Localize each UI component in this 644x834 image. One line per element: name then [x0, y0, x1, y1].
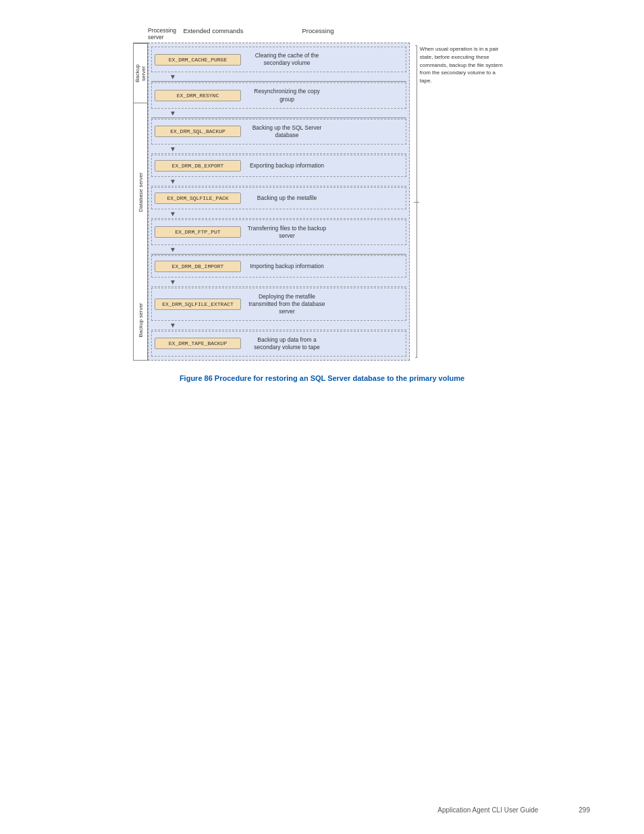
- cmd-desc-sqlfile-extract: Deploying the metafile transmitted from …: [246, 293, 327, 315]
- cmd-row-cache-purge: EX_DRM_CACHE_PURGE Clearing the cache of…: [155, 52, 403, 67]
- server-label-backup-bottom: Backup server: [134, 281, 147, 360]
- figure-caption: Figure 86 Procedure for restoring an SQL…: [54, 374, 590, 382]
- cmd-row-sql-backup: EX_DRM_SQL_BACKUP Backing up the SQL Ser…: [155, 124, 403, 139]
- cmd-sql-backup: EX_DRM_SQL_BACKUP: [155, 126, 241, 137]
- arrow-down-7: ▼: [169, 278, 176, 286]
- cmd-ftp-put: EX_DRM_FTP_PUT: [155, 226, 241, 238]
- footer-page-number: 299: [579, 806, 590, 814]
- cmd-row-resync: EX_DRM_RESYNC Resynchronizing the copy g…: [155, 88, 403, 103]
- cmd-tape-backup: EX_DRM_TAPE_BACKUP: [155, 338, 241, 349]
- footer-guide-title: Application Agent CLI User Guide: [437, 806, 538, 814]
- col-header-extended: Extended commands: [163, 27, 264, 41]
- arrow-down-3: ▼: [169, 145, 176, 153]
- cmd-row-ftp-put: EX_DRM_FTP_PUT Transferring files to the…: [155, 225, 403, 240]
- cmd-row-db-import: EX_DRM_DB_IMPORT Importing backup inform…: [155, 261, 403, 272]
- cmd-resync: EX_DRM_RESYNC: [155, 90, 241, 101]
- note-box: When usual operation is in a pair state,…: [410, 43, 511, 361]
- cmd-row-tape-backup: EX_DRM_TAPE_BACKUP Backing up data from …: [155, 336, 403, 351]
- cmd-desc-tape-backup: Backing up data from a secondary volume …: [246, 336, 327, 351]
- cmd-desc-sql-backup: Backing up the SQL Server database: [246, 124, 327, 139]
- server-label-database: Database server: [134, 103, 147, 281]
- cmd-cache-purge: EX_DRM_CACHE_PURGE: [155, 54, 241, 66]
- cmd-sqlfile-extract: EX_DRM_SQLFILE_EXTRACT: [155, 298, 241, 310]
- cmd-row-sqlfile-pack: EX_DRM_SQLFILE_PACK Backing up the metaf…: [155, 192, 403, 204]
- cmd-desc-db-import: Importing backup information: [246, 263, 327, 270]
- cmd-db-import: EX_DRM_DB_IMPORT: [155, 261, 241, 272]
- arrow-down-5: ▼: [169, 210, 176, 217]
- arrow-down-6: ▼: [169, 246, 176, 253]
- server-label-backup-top: Backupserver: [134, 43, 147, 103]
- cmd-desc-ftp-put: Transferring files to the backup server: [246, 225, 327, 240]
- arrow-down-4: ▼: [169, 178, 176, 185]
- cmd-db-export: EX_DRM_DB_EXPORT: [155, 160, 241, 172]
- arrow-down-2: ▼: [169, 109, 176, 117]
- cmd-desc-sqlfile-pack: Backing up the metafile: [246, 194, 327, 202]
- cmd-desc-db-export: Exporting backup information: [246, 162, 327, 170]
- cmd-desc-cache-purge: Clearing the cache of the secondary volu…: [246, 52, 327, 67]
- cmd-row-db-export: EX_DRM_DB_EXPORT Exporting backup inform…: [155, 160, 403, 172]
- arrow-down-1: ▼: [169, 73, 176, 80]
- arrow-down-8: ▼: [169, 321, 176, 329]
- cmd-sqlfile-pack: EX_DRM_SQLFILE_PACK: [155, 192, 241, 204]
- col-header-processing-server: Processing server: [148, 27, 163, 41]
- cmd-desc-resync: Resynchronizing the copy group: [246, 88, 327, 103]
- note-text: When usual operation is in a pair state,…: [420, 45, 506, 84]
- col-header-processing: Processing: [264, 27, 372, 41]
- cmd-row-sqlfile-extract: EX_DRM_SQLFILE_EXTRACT Deploying the met…: [155, 293, 403, 315]
